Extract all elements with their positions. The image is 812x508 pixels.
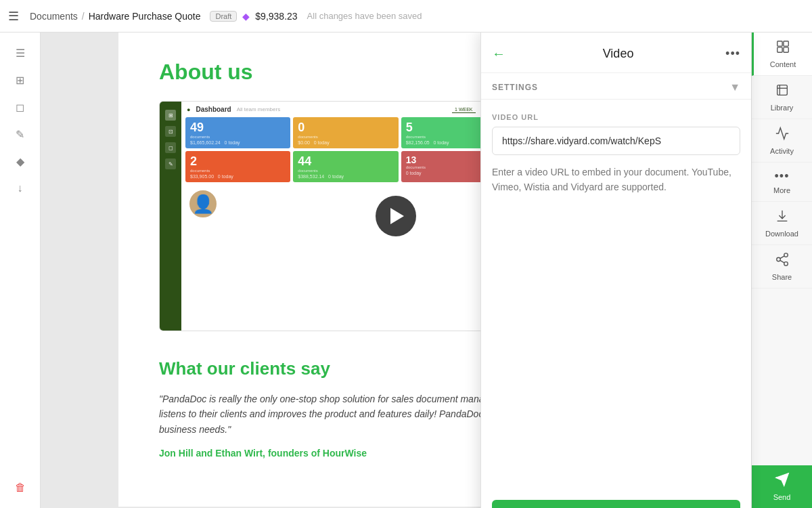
breadcrumb-docs[interactable]: Documents [30,11,78,22]
dash-card-completed: 44 documents $388,532.14 0 today [293,151,398,182]
sidebar-shape-icon[interactable]: ◻ [8,95,32,119]
dash-cards-row1: 49 documents $1,665,602.24 0 today 0 doc… [185,117,506,148]
video-help-text: Enter a video URL to embed in your docum… [492,165,740,195]
sidebar-menu-icon[interactable]: ☰ [8,41,32,65]
back-button[interactable]: ← [492,43,511,64]
chevron-down-icon[interactable]: ▼ [729,81,740,93]
video-panel-header: ← Video ••• [481,33,751,73]
content-label: Content [770,60,796,68]
download-label: Download [765,230,798,238]
dash-subtitle: All team members [237,106,280,112]
panel-title: Video [511,47,725,61]
more-icon: ••• [775,169,790,184]
more-options-button[interactable]: ••• [725,47,740,61]
play-button[interactable] [376,196,416,236]
download-icon [775,209,790,227]
sidebar-item-content[interactable]: Content [752,33,813,76]
document-title: Hardware Purchase Quote [89,11,201,22]
dash-title: Dashboard [196,106,231,113]
sidebar-item-share[interactable]: Share [752,245,813,289]
video-url-label: VIDEO URL [492,113,740,121]
share-icon [775,252,790,270]
svg-rect-0 [777,41,782,46]
svg-line-10 [780,260,784,263]
svg-rect-3 [784,47,788,52]
svg-point-8 [776,257,780,261]
dash-cards-row2: 2 documents $33,905.00 0 today 44 docume… [185,151,506,182]
svg-point-7 [784,253,788,257]
share-label: Share [772,273,792,281]
sidebar-item-download[interactable]: Download [752,202,813,245]
save-button[interactable]: SAVE [492,500,740,508]
sidebar-delete-icon[interactable]: 🗑 [8,475,32,500]
svg-marker-13 [775,473,788,486]
breadcrumb: Documents / Hardware Purchase Quote [30,11,200,22]
activity-icon [775,126,790,144]
library-label: Library [771,104,794,112]
svg-rect-4 [777,85,787,96]
content-icon [775,39,790,58]
left-sidebar: ☰ ⊞ ◻ ✎ ◆ ↓ 🗑 [0,33,41,508]
svg-rect-1 [784,41,788,46]
hamburger-icon[interactable]: ☰ [8,9,19,24]
video-panel: ← Video ••• SETTINGS ▼ VIDEO URL Enter a… [480,33,751,508]
dash-card-viewed: 49 documents $1,665,602.24 0 today [185,117,290,148]
sidebar-grid-icon[interactable]: ⊞ [8,68,32,92]
video-url-input[interactable] [492,127,740,155]
sidebar-item-send[interactable]: Send [752,465,813,508]
svg-point-9 [784,262,788,266]
topbar: ☰ Documents / Hardware Purchase Quote Dr… [0,0,812,33]
settings-label: SETTINGS [492,83,538,92]
autosave-status: All changes have been saved [307,11,422,21]
svg-rect-2 [777,47,782,52]
avatar: 👤 [188,189,218,219]
play-arrow-icon [390,208,404,224]
send-icon [775,472,790,490]
dash-main: ● Dashboard All team members 1 WEEK 1 MO… [181,102,510,331]
more-label: More [773,186,790,194]
send-label: Send [773,493,791,501]
dash-tab-week[interactable]: 1 WEEK [452,106,475,113]
library-icon [775,83,790,101]
status-badge: Draft [210,11,237,22]
sidebar-item-more[interactable]: ••• More [752,163,813,202]
dash-card-approval: 0 documents $0.00 0 today [293,117,398,148]
dash-sidebar: ⊞ ⊡ ◻ ✎ [160,102,181,331]
breadcrumb-sep: / [82,11,85,22]
activity-label: Activity [770,147,794,155]
dash-header: ● Dashboard All team members 1 WEEK 1 MO… [185,106,506,113]
right-sidebar: Content Library Activity ••• More [751,33,812,508]
dash-card-waiting: 2 documents $33,905.00 0 today [185,151,290,182]
sidebar-edit-icon[interactable]: ✎ [8,122,32,146]
sidebar-diamond-icon[interactable]: ◆ [8,149,32,173]
sidebar-download-icon[interactable]: ↓ [8,176,32,200]
diamond-icon: ◆ [242,11,250,22]
settings-bar: SETTINGS ▼ [481,73,751,100]
document-price: $9,938.23 [255,11,297,22]
video-panel-body: VIDEO URL Enter a video URL to embed in … [481,100,751,489]
sidebar-item-activity[interactable]: Activity [752,119,813,163]
sidebar-item-library[interactable]: Library [752,76,813,119]
svg-line-11 [780,256,784,259]
